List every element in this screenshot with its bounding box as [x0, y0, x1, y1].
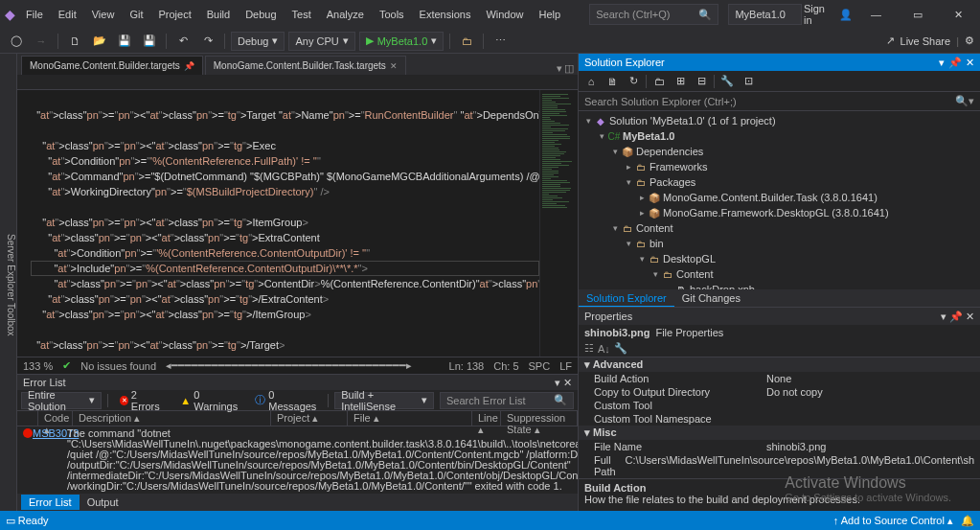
line-indicator[interactable]: Ln: 138	[449, 360, 485, 372]
se-icon[interactable]: ⊟	[693, 75, 710, 87]
tree-item[interactable]: ▾📦Dependencies	[579, 144, 980, 159]
menu-git[interactable]: Git	[122, 5, 150, 24]
err-search-input[interactable]: Search Error List🔍	[440, 392, 574, 409]
tree-item[interactable]: ▸🗀Frameworks	[579, 159, 980, 174]
errors-filter[interactable]: ✕2 Errors	[114, 389, 169, 412]
menu-tools[interactable]: Tools	[372, 5, 412, 24]
editor-body[interactable]: "at">class"pn">="pn"><"at">class"pn">="t…	[17, 90, 578, 357]
menu-build[interactable]: Build	[199, 5, 238, 24]
editor-tab[interactable]: MonoGame.Content.Builder.Task.targets✕	[205, 56, 406, 75]
editor-tab[interactable]: MonoGame.Content.Builder.targets📌	[21, 56, 203, 75]
liveshare-icon[interactable]: ↗	[886, 35, 895, 47]
tree-item[interactable]: ▾🗀Content	[579, 266, 980, 282]
se-icon[interactable]: ⊞	[672, 75, 689, 87]
props-row[interactable]: Copy to Output DirectoryDo not copy	[579, 385, 980, 399]
se-icon[interactable]: 🗎	[604, 76, 621, 87]
tree-item[interactable]: 🗎backDrop.xnb	[579, 282, 980, 289]
solution-root[interactable]: Solution 'MyBeta1.0' (1 of 1 project)	[609, 115, 776, 127]
tree-item[interactable]: ▾🗀Content	[579, 220, 980, 236]
home-icon[interactable]: ⌂	[582, 76, 600, 87]
alpha-icon[interactable]: A↓	[598, 343, 610, 355]
properties-icon[interactable]: 🔧	[718, 75, 736, 87]
error-row[interactable]: MSB3073 The command "dotnet "C:\Users\Mi…	[17, 426, 578, 494]
menu-test[interactable]: Test	[285, 5, 319, 24]
props-icon[interactable]: 🔧	[614, 342, 627, 355]
dropdown-icon[interactable]: ▾	[939, 57, 945, 69]
props-row[interactable]: File Nameshinobi3.png	[579, 440, 980, 453]
props-row[interactable]: Custom Tool Namespace	[579, 412, 980, 426]
signin-link[interactable]: Sign in	[804, 3, 833, 26]
solution-tree[interactable]: ▾◆ Solution 'MyBeta1.0' (1 of 1 project)…	[579, 111, 980, 289]
nav-fwd-icon[interactable]: →	[31, 31, 52, 52]
tab-split-icon[interactable]: ◫	[564, 62, 574, 75]
add-source-control-button[interactable]: ↑ Add to Source Control ▴	[833, 515, 953, 527]
open-icon[interactable]: 📂	[89, 31, 110, 52]
props-row[interactable]: Build ActionNone	[579, 372, 980, 385]
tab-solution-explorer[interactable]: Solution Explorer	[579, 290, 674, 307]
redo-icon[interactable]: ↷	[197, 31, 218, 52]
tab-git-changes[interactable]: Git Changes	[674, 290, 748, 306]
props-category[interactable]: ▾ Advanced	[579, 357, 980, 372]
left-side-tabs[interactable]: Server Explorer Toolbox	[0, 54, 17, 511]
error-code[interactable]: MSB3073	[33, 428, 67, 492]
props-category[interactable]: ▾ Misc	[579, 426, 980, 440]
warnings-filter[interactable]: ▲0 Warnings	[174, 389, 243, 412]
tree-item[interactable]: ▸📦MonoGame.Framework.DesktopGL (3.8.0.16…	[579, 205, 980, 220]
categorized-icon[interactable]: ☷	[584, 342, 594, 355]
err-mode-dropdown[interactable]: Build + IntelliSense▾	[334, 392, 434, 409]
menu-window[interactable]: Window	[478, 5, 531, 24]
close-button[interactable]: ✕	[941, 1, 976, 28]
user-icon[interactable]: 👤	[839, 9, 853, 21]
menu-analyze[interactable]: Analyze	[319, 5, 372, 24]
tb-icon[interactable]: 🗀	[456, 31, 477, 52]
tree-item[interactable]: ▾🗀bin	[579, 236, 980, 251]
minimap[interactable]	[539, 90, 578, 357]
close-icon[interactable]: ✕	[966, 57, 974, 69]
menu-help[interactable]: Help	[532, 5, 569, 24]
saveall-icon[interactable]: 💾	[139, 31, 160, 52]
liveshare-button[interactable]: Live Share	[900, 35, 951, 47]
global-search-input[interactable]: Search (Ctrl+Q) 🔍	[589, 4, 718, 25]
tree-item[interactable]: ▾🗀DesktopGL	[579, 251, 980, 266]
tab-output[interactable]: Output	[80, 495, 126, 510]
menu-file[interactable]: File	[18, 5, 51, 24]
tree-item[interactable]: ▸📦MonoGame.Content.Builder.Task (3.8.0.1…	[579, 190, 980, 205]
start-debug-button[interactable]: ▶MyBeta1.0▾	[359, 32, 444, 51]
se-icon[interactable]: ⊡	[740, 75, 757, 87]
title-project[interactable]: MyBeta1.0	[728, 4, 802, 25]
dropdown-icon[interactable]: ▾	[941, 311, 946, 322]
admin-icon[interactable]: ⚙	[965, 35, 974, 47]
notifications-icon[interactable]: 🔔	[961, 515, 974, 527]
se-search-input[interactable]: Search Solution Explorer (Ctrl+;) 🔍▾	[579, 92, 980, 111]
se-icon[interactable]: ↻	[625, 75, 642, 87]
pin-icon[interactable]: ▾	[555, 377, 560, 388]
pin-icon[interactable]: 📌	[184, 61, 194, 71]
code-editor[interactable]: "at">class"pn">="pn"><"at">class"pn">="t…	[31, 90, 539, 357]
close-icon[interactable]: ✕	[390, 61, 398, 71]
platform-dropdown[interactable]: Any CPU▾	[288, 32, 354, 51]
props-row[interactable]: Custom Tool	[579, 399, 980, 412]
menu-debug[interactable]: Debug	[238, 5, 284, 24]
close-icon[interactable]: ✕	[966, 311, 974, 322]
tree-item[interactable]: ▾🗀Packages	[579, 174, 980, 190]
pin-icon[interactable]: 📌	[948, 57, 962, 69]
menu-view[interactable]: View	[84, 5, 123, 24]
tb-icon[interactable]: ⋯	[490, 31, 511, 52]
se-icon[interactable]: 🗀	[650, 76, 668, 87]
col-indicator[interactable]: Ch: 5	[493, 360, 518, 372]
tab-error-list[interactable]: Error List	[21, 495, 80, 510]
tree-item[interactable]: ▾C#MyBeta1.0	[579, 128, 980, 144]
tab-dropdown-icon[interactable]: ▾	[557, 62, 562, 75]
save-icon[interactable]: 💾	[114, 31, 135, 52]
config-dropdown[interactable]: Debug▾	[231, 32, 285, 51]
new-icon[interactable]: 🗋	[64, 31, 85, 52]
nav-back-icon[interactable]: ◯	[6, 31, 27, 52]
menu-project[interactable]: Project	[150, 5, 198, 24]
maximize-button[interactable]: ▭	[900, 1, 935, 28]
undo-icon[interactable]: ↶	[172, 31, 194, 52]
eol-indicator[interactable]: LF	[559, 360, 572, 372]
messages-filter[interactable]: ⓘ0 Messages	[249, 389, 322, 412]
menu-extensions[interactable]: Extensions	[412, 5, 479, 24]
menu-edit[interactable]: Edit	[51, 5, 84, 24]
err-scope-dropdown[interactable]: Entire Solution▾	[21, 392, 102, 409]
